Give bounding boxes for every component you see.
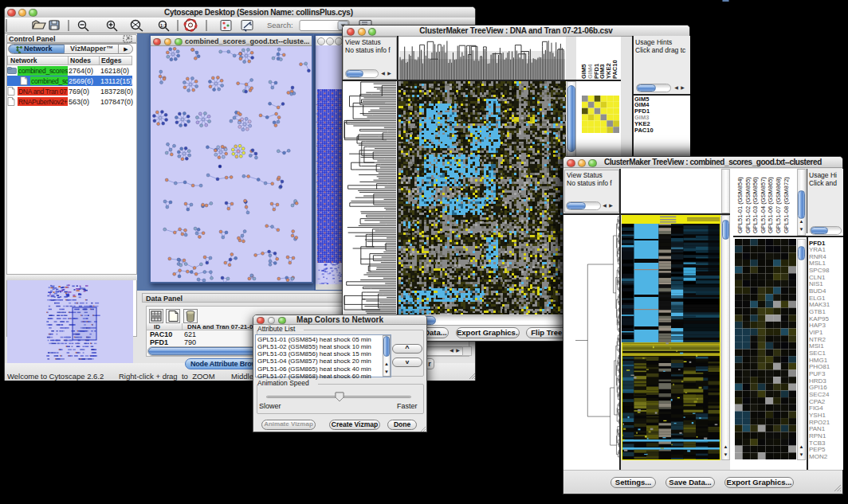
svg-text:1:1: 1:1 (160, 23, 167, 28)
svg-text:Search:: Search: (267, 21, 293, 29)
